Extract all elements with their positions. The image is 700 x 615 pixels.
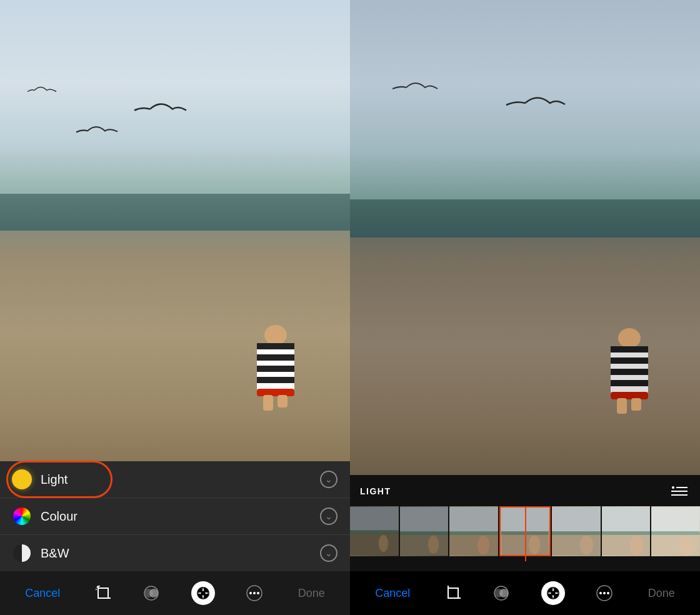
crop-icon-right [444, 584, 462, 602]
sun-icon-wrapper [12, 470, 31, 489]
adjust-active-icon-right [541, 581, 565, 605]
colour-label: Colour [41, 509, 320, 524]
adjust-button-left[interactable] [189, 579, 218, 608]
svg-point-0 [264, 325, 287, 345]
svg-rect-23 [611, 358, 648, 364]
bw-icon-wrapper [12, 544, 31, 562]
film-cell-2-preview [400, 506, 449, 556]
left-panel: Light ⌄ Colour ⌄ B&W ⌄ C [0, 0, 350, 615]
light-panel: LIGHT [350, 475, 700, 615]
list-icon [671, 485, 688, 498]
svg-rect-58 [651, 507, 700, 532]
film-cell-2-inner [400, 506, 449, 556]
svg-point-66 [499, 589, 508, 598]
left-edit-menu: Light ⌄ Colour ⌄ B&W ⌄ C [0, 461, 350, 615]
svg-point-48 [529, 536, 541, 554]
done-button-right[interactable]: Done [642, 584, 681, 603]
film-cell-5[interactable] [552, 506, 601, 556]
more-icon [245, 584, 264, 602]
svg-point-19 [257, 592, 259, 594]
svg-rect-54 [602, 507, 651, 532]
filters-button-left[interactable] [139, 581, 163, 605]
svg-rect-8 [278, 395, 288, 408]
chevron-down-icon-3: ⌄ [325, 548, 332, 558]
light-slider-indicator [525, 506, 526, 561]
cancel-button-right[interactable]: Cancel [369, 584, 416, 603]
svg-rect-26 [611, 392, 648, 399]
bw-icon [13, 544, 31, 562]
svg-rect-28 [631, 398, 641, 411]
child-figure-left [241, 321, 298, 415]
film-cell-1-preview [350, 506, 399, 556]
light-chevron[interactable]: ⌄ [320, 471, 338, 488]
svg-rect-39 [400, 531, 449, 535]
colour-menu-item[interactable]: Colour ⌄ [0, 498, 350, 535]
film-cell-3-inner [449, 506, 498, 556]
adjust-active-icon [191, 581, 215, 605]
svg-rect-2 [257, 343, 294, 349]
sea-strip-left [0, 194, 350, 231]
svg-rect-35 [350, 530, 399, 534]
more-icon-right [595, 584, 614, 602]
svg-rect-34 [350, 507, 399, 531]
svg-point-56 [629, 536, 642, 556]
film-cell-6-preview [602, 506, 651, 556]
svg-rect-50 [552, 507, 601, 532]
svg-point-52 [580, 536, 593, 555]
crop-button-right[interactable] [442, 582, 464, 604]
color-icon-wrapper [12, 507, 31, 526]
film-strip-wrapper [350, 506, 700, 571]
svg-rect-4 [257, 366, 294, 372]
svg-point-32 [672, 486, 674, 489]
sea-strip-right [350, 199, 700, 238]
film-cell-2[interactable] [400, 506, 449, 556]
svg-rect-38 [400, 507, 449, 532]
film-cell-6-inner [602, 506, 651, 556]
film-cell-3[interactable] [449, 506, 498, 556]
film-strip[interactable] [350, 506, 700, 561]
filters-button-right[interactable] [489, 581, 513, 605]
svg-point-60 [679, 536, 692, 556]
svg-rect-43 [449, 531, 498, 535]
list-view-button[interactable] [669, 482, 690, 500]
film-cell-6[interactable] [602, 506, 651, 556]
chevron-down-icon: ⌄ [325, 474, 332, 484]
more-button-left[interactable] [242, 581, 266, 605]
light-panel-header: LIGHT [350, 475, 700, 506]
svg-rect-27 [617, 398, 627, 414]
svg-point-71 [607, 592, 609, 594]
filters-icon [142, 584, 161, 602]
crop-button-left[interactable] [92, 582, 114, 604]
adjust-button-right[interactable] [539, 579, 568, 608]
left-photo [0, 0, 350, 461]
svg-rect-7 [263, 395, 273, 411]
film-cell-7[interactable] [651, 506, 700, 556]
svg-rect-9 [98, 588, 108, 598]
svg-point-17 [249, 592, 252, 594]
svg-rect-25 [611, 380, 648, 386]
colour-chevron[interactable]: ⌄ [320, 508, 338, 525]
adjust-inner-icon [196, 586, 211, 601]
filters-icon-right [492, 584, 511, 602]
svg-rect-42 [449, 507, 498, 532]
svg-rect-22 [611, 346, 648, 352]
color-wheel-icon [13, 508, 31, 525]
svg-rect-55 [602, 531, 651, 535]
cancel-button-left[interactable]: Cancel [19, 584, 66, 603]
film-cell-7-inner [651, 506, 700, 556]
more-button-right[interactable] [592, 581, 616, 605]
svg-rect-24 [611, 369, 648, 375]
left-toolbar: Cancel [0, 571, 350, 615]
film-cell-1[interactable] [350, 506, 399, 556]
bw-chevron[interactable]: ⌄ [320, 544, 338, 562]
bw-menu-item[interactable]: B&W ⌄ [0, 535, 350, 571]
light-menu-item[interactable]: Light ⌄ [0, 461, 350, 498]
crop-icon [94, 584, 112, 602]
svg-point-70 [603, 592, 606, 594]
svg-rect-61 [448, 588, 458, 598]
svg-point-69 [599, 592, 602, 594]
light-label: Light [41, 472, 320, 487]
adjust-inner-icon-right [546, 586, 561, 601]
done-button-left[interactable]: Done [292, 584, 331, 603]
svg-rect-3 [257, 354, 294, 361]
